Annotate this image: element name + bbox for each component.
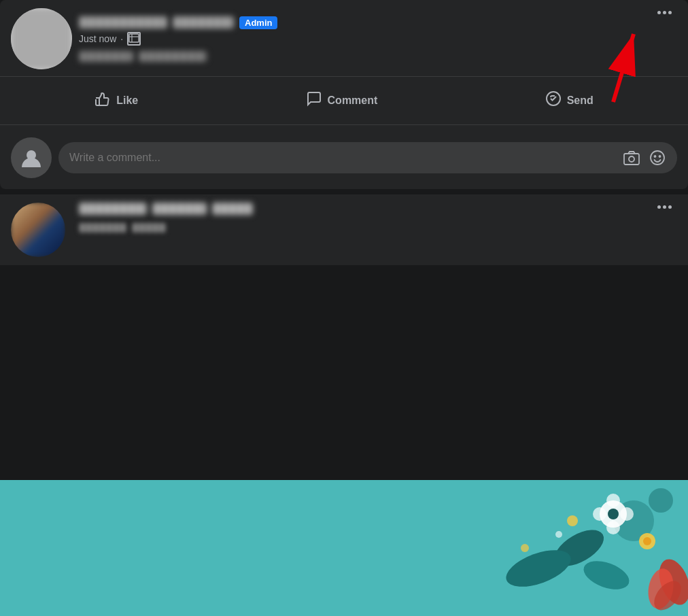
like-label: Like <box>116 95 138 107</box>
like-icon <box>94 90 111 111</box>
svg-point-19 <box>643 537 651 545</box>
action-bar: Like Comment Send <box>11 82 677 119</box>
divider-top <box>0 76 688 77</box>
comment-input[interactable] <box>69 152 616 164</box>
current-user-avatar <box>11 137 52 178</box>
audience-icon <box>127 32 141 46</box>
user-name-blurred-2 <box>173 16 234 29</box>
svg-point-14 <box>593 507 606 521</box>
dot-2 <box>663 205 666 209</box>
subtitle-blurred-2 <box>139 51 207 62</box>
dot-1 <box>657 11 661 14</box>
svg-rect-5 <box>624 154 639 165</box>
svg-point-11 <box>649 488 673 513</box>
post-timestamp: Just now · <box>79 32 277 46</box>
post-header-2 <box>11 203 677 257</box>
post-name-row: Admin <box>79 16 277 29</box>
emoji-icon-button[interactable] <box>649 149 666 167</box>
comment-button[interactable]: Comment <box>292 85 392 116</box>
more-options-button[interactable] <box>652 8 677 17</box>
dot-3 <box>668 11 672 14</box>
svg-point-6 <box>629 156 634 162</box>
post2-name-row <box>79 203 253 215</box>
svg-point-22 <box>580 555 633 595</box>
post2-meta <box>79 203 253 233</box>
post2-more-button[interactable] <box>652 203 677 211</box>
svg-rect-0 <box>129 34 139 42</box>
comment-input-wrapper[interactable] <box>58 142 677 173</box>
send-button[interactable]: Send <box>532 85 607 116</box>
comment-icon <box>306 90 322 111</box>
floral-decoration <box>402 480 688 616</box>
user-avatar-2 <box>11 203 65 257</box>
post-card-2 <box>0 194 688 265</box>
post-meta-1: Admin Just now · <box>79 16 277 62</box>
subtitle-blurred-1 <box>79 51 133 62</box>
svg-point-27 <box>555 531 562 538</box>
comment-icons <box>623 149 666 167</box>
post-header-left: Admin Just now · <box>11 8 277 69</box>
send-label: Send <box>567 95 594 107</box>
comment-label: Comment <box>328 95 378 107</box>
svg-point-7 <box>651 151 664 165</box>
dot-1 <box>657 205 661 209</box>
svg-point-16 <box>606 521 620 534</box>
camera-icon-button[interactable] <box>623 149 640 167</box>
divider-bottom <box>0 124 688 125</box>
post2-name-1 <box>79 203 147 215</box>
banner-decoration <box>402 480 688 616</box>
svg-point-8 <box>655 156 656 157</box>
timestamp-text: Just now <box>79 33 116 44</box>
camera-icon <box>623 149 640 167</box>
svg-point-13 <box>606 494 620 507</box>
separator: · <box>120 33 123 44</box>
teal-banner <box>0 480 688 616</box>
post2-header-left <box>11 203 253 257</box>
post2-sub-2 <box>132 223 166 233</box>
comment-area <box>11 131 677 181</box>
svg-point-9 <box>659 156 661 157</box>
send-icon <box>545 90 562 111</box>
user-silhouette-icon <box>19 146 44 170</box>
user-avatar-1 <box>11 8 72 69</box>
like-button[interactable]: Like <box>81 85 152 116</box>
post-card-1: Admin Just now · <box>0 0 688 189</box>
emoji-icon <box>649 149 666 167</box>
dot-3 <box>668 205 672 209</box>
dot-2 <box>663 11 666 14</box>
post2-name-2 <box>152 203 207 215</box>
svg-point-28 <box>521 544 529 552</box>
svg-point-17 <box>608 509 619 519</box>
admin-badge: Admin <box>239 16 277 29</box>
svg-point-26 <box>567 515 578 526</box>
post2-name-3 <box>212 203 253 215</box>
post2-sub-row <box>79 223 253 233</box>
svg-point-15 <box>620 507 634 521</box>
post-header-1: Admin Just now · <box>11 8 677 69</box>
user-name-blurred-1 <box>79 16 167 29</box>
post-subtitle <box>79 51 277 62</box>
post2-sub-1 <box>79 223 126 233</box>
